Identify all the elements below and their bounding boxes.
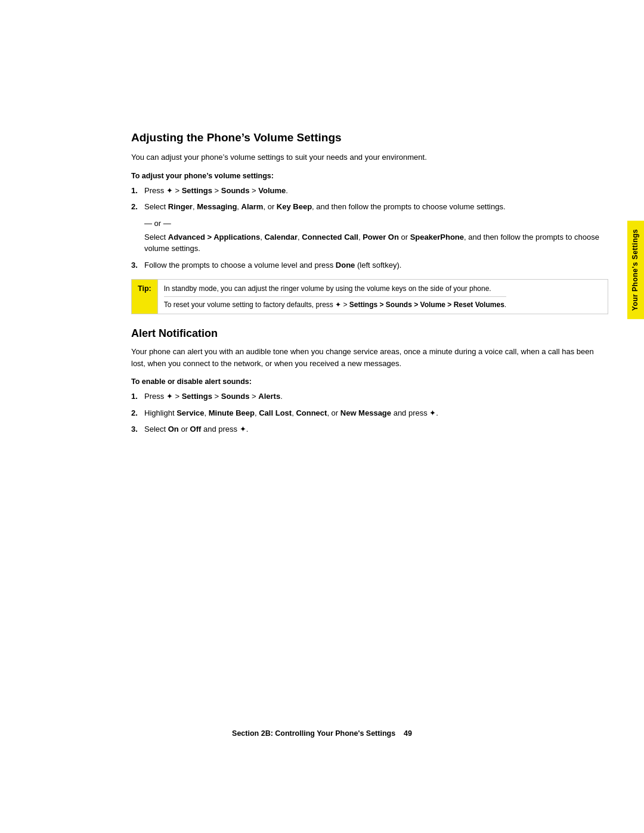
select-advanced: Select Advanced > Applications, Calendar… [144, 231, 608, 255]
alert-step-2: 2. Highlight Service, Minute Beep, Call … [131, 407, 608, 419]
tip-box: Tip: In standby mode, you can adjust the… [131, 279, 608, 314]
alert-step-1: 1. Press ✦ > Settings > Sounds > Alerts. [131, 391, 608, 402]
footer-text: Section 2B: Controlling Your Phone's Set… [232, 729, 395, 738]
alert-step-3: 3. Select On or Off and press ✦. [131, 423, 608, 435]
content-area: Adjusting the Phone’s Volume Settings Yo… [131, 0, 608, 435]
alert-step-num-2: 2. [131, 407, 138, 419]
tip-divider [164, 296, 506, 297]
tip-text-2: To reset your volume setting to factory … [164, 299, 506, 310]
tip-label: Tip: [132, 280, 158, 314]
step-num-1: 1. [131, 185, 138, 197]
tip-content: In standby mode, you can adjust the ring… [158, 280, 512, 314]
page: Your Phone's Settings Adjusting the Phon… [0, 0, 644, 833]
volume-step-2: 2. Select Ringer, Messaging, Alarm, or K… [131, 201, 608, 213]
volume-section-title: Adjusting the Phone’s Volume Settings [131, 131, 608, 144]
footer: Section 2B: Controlling Your Phone's Set… [0, 729, 644, 738]
volume-subsection-label: To adjust your phone’s volume settings: [131, 172, 608, 180]
alert-steps-list: 1. Press ✦ > Settings > Sounds > Alerts.… [131, 391, 608, 435]
tip-text-1: In standby mode, you can adjust the ring… [164, 283, 506, 294]
alert-step-num-1: 1. [131, 391, 138, 402]
alert-section-title: Alert Notification [131, 327, 608, 340]
step-num-3: 3. [131, 259, 138, 271]
alert-step-num-3: 3. [131, 423, 138, 435]
side-tab: Your Phone's Settings [627, 221, 644, 319]
volume-steps-list: 1. Press ✦ > Settings > Sounds > Volume.… [131, 185, 608, 213]
volume-steps-list-2: 3. Follow the prompts to choose a volume… [131, 259, 608, 271]
footer-page: 49 [404, 729, 412, 738]
or-divider: — or — [144, 219, 608, 228]
volume-intro: You can adjust your phone’s volume setti… [131, 151, 608, 163]
alert-intro: Your phone can alert you with an audible… [131, 346, 608, 369]
volume-step-1: 1. Press ✦ > Settings > Sounds > Volume. [131, 185, 608, 197]
volume-step-3: 3. Follow the prompts to choose a volume… [131, 259, 608, 271]
alert-subsection-label: To enable or disable alert sounds: [131, 377, 608, 386]
step-num-2: 2. [131, 201, 138, 213]
